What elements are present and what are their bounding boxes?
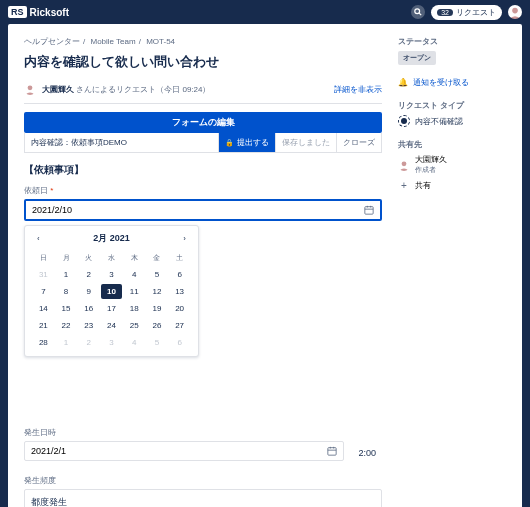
- svg-point-0: [415, 9, 420, 14]
- cal-dow: 月: [56, 251, 77, 265]
- saved-label: 保存しました: [275, 133, 336, 152]
- requests-label: リクエスト: [456, 7, 496, 18]
- cal-day[interactable]: 2: [78, 267, 99, 282]
- freq-input[interactable]: 都度発生: [24, 489, 382, 507]
- close-button[interactable]: クローズ: [336, 133, 381, 152]
- breadcrumb: ヘルプセンター/ Mobile Team/ MOT-54: [24, 36, 382, 47]
- cal-day[interactable]: 5: [147, 335, 168, 350]
- form-title: 内容確認：依頼事項DEMO: [25, 133, 219, 152]
- freq-label: 発生頻度: [24, 475, 382, 486]
- date-picker[interactable]: ‹ 2月 2021 › 日月火水木金土311234567891011121314…: [24, 225, 199, 357]
- cal-day[interactable]: 6: [169, 267, 190, 282]
- type-label: リクエスト タイプ: [398, 100, 506, 111]
- requester-row: 大園輝久 さんによるリクエスト（今日 09:24） 詳細を非表示: [24, 83, 382, 104]
- share-user: 大園輝久 作成者: [398, 154, 506, 175]
- cal-day[interactable]: 13: [169, 284, 190, 299]
- cal-dow: 日: [33, 251, 54, 265]
- cal-day[interactable]: 26: [147, 318, 168, 333]
- logo-text: Ricksoft: [30, 7, 69, 18]
- cal-day[interactable]: 31: [33, 267, 54, 282]
- requester-suffix: さんによるリクエスト（今日 09:24）: [76, 85, 210, 94]
- request-type-icon: [398, 115, 410, 127]
- lock-icon: [225, 138, 234, 147]
- breadcrumb-help[interactable]: ヘルプセンター: [24, 37, 80, 46]
- cal-day[interactable]: 12: [147, 284, 168, 299]
- calendar-icon: [327, 446, 337, 456]
- topbar: RS Ricksoft 32 リクエスト: [0, 0, 530, 24]
- toggle-details[interactable]: 詳細を非表示: [334, 84, 382, 95]
- occur-date-value: 2021/2/1: [31, 446, 66, 456]
- cal-day[interactable]: 21: [33, 318, 54, 333]
- plus-icon: +: [398, 179, 410, 191]
- cal-day[interactable]: 5: [147, 267, 168, 282]
- share-user-role: 作成者: [415, 165, 447, 175]
- cal-day[interactable]: 25: [124, 318, 145, 333]
- share-user-name: 大園輝久: [415, 154, 447, 165]
- section-heading: 【依頼事項】: [24, 163, 382, 177]
- cal-prev[interactable]: ‹: [33, 234, 44, 243]
- share-avatar[interactable]: [398, 159, 410, 171]
- svg-rect-6: [328, 448, 336, 456]
- share-add[interactable]: + 共有: [398, 179, 506, 191]
- cal-day[interactable]: 8: [56, 284, 77, 299]
- cal-day[interactable]: 14: [33, 301, 54, 316]
- breadcrumb-key[interactable]: MOT-54: [146, 37, 175, 46]
- cal-dow: 土: [169, 251, 190, 265]
- cal-day[interactable]: 7: [33, 284, 54, 299]
- action-row: 内容確認：依頼事項DEMO 提出する 保存しました クローズ: [24, 133, 382, 153]
- date-input[interactable]: 2021/2/10: [24, 199, 382, 221]
- cal-day[interactable]: 11: [124, 284, 145, 299]
- cal-dow: 金: [147, 251, 168, 265]
- cal-day[interactable]: 3: [101, 335, 122, 350]
- occur-time-value[interactable]: 2:00: [352, 444, 382, 462]
- cal-day[interactable]: 20: [169, 301, 190, 316]
- page-title: 内容を確認して欲しい問い合わせ: [24, 53, 382, 71]
- status-label: ステータス: [398, 36, 506, 47]
- cal-day[interactable]: 18: [124, 301, 145, 316]
- cal-day[interactable]: 27: [169, 318, 190, 333]
- cal-day[interactable]: 1: [56, 335, 77, 350]
- submit-button[interactable]: 提出する: [219, 133, 275, 152]
- requester-name: 大園輝久: [42, 85, 74, 94]
- cal-day[interactable]: 2: [78, 335, 99, 350]
- calendar-icon: [364, 205, 374, 215]
- logo-mark: RS: [8, 6, 27, 18]
- cal-dow: 水: [101, 251, 122, 265]
- breadcrumb-project[interactable]: Mobile Team: [90, 37, 135, 46]
- requests-button[interactable]: 32 リクエスト: [431, 5, 502, 20]
- cal-day[interactable]: 16: [78, 301, 99, 316]
- cal-day[interactable]: 23: [78, 318, 99, 333]
- notify-link[interactable]: 通知を受け取る: [398, 77, 506, 88]
- status-badge: オープン: [398, 51, 436, 65]
- cal-next[interactable]: ›: [179, 234, 190, 243]
- bell-icon: [398, 78, 408, 87]
- date-value: 2021/2/10: [32, 205, 72, 215]
- cal-day[interactable]: 15: [56, 301, 77, 316]
- occur-date-input[interactable]: 2021/2/1: [24, 441, 344, 461]
- share-label: 共有先: [398, 139, 506, 150]
- cal-day[interactable]: 19: [147, 301, 168, 316]
- cal-day[interactable]: 24: [101, 318, 122, 333]
- cal-day[interactable]: 1: [56, 267, 77, 282]
- logo[interactable]: RS Ricksoft: [8, 6, 69, 18]
- cal-day[interactable]: 22: [56, 318, 77, 333]
- cal-day[interactable]: 10: [101, 284, 122, 299]
- search-icon: [414, 8, 422, 16]
- request-type: 内容不備確認: [398, 115, 506, 127]
- cal-day[interactable]: 28: [33, 335, 54, 350]
- cal-day[interactable]: 4: [124, 335, 145, 350]
- search-button[interactable]: [411, 5, 425, 19]
- cal-dow: 火: [78, 251, 99, 265]
- requests-badge: 32: [437, 9, 453, 16]
- datetime-label: 発生日時: [24, 427, 382, 438]
- cal-day[interactable]: 6: [169, 335, 190, 350]
- requester-avatar[interactable]: [24, 83, 36, 95]
- cal-dow: 木: [124, 251, 145, 265]
- form-edit-bar[interactable]: フォームの編集: [24, 112, 382, 133]
- cal-day[interactable]: 9: [78, 284, 99, 299]
- cal-day[interactable]: 17: [101, 301, 122, 316]
- cal-day[interactable]: 3: [101, 267, 122, 282]
- user-avatar[interactable]: [508, 5, 522, 19]
- cal-day[interactable]: 4: [124, 267, 145, 282]
- svg-line-1: [419, 13, 421, 15]
